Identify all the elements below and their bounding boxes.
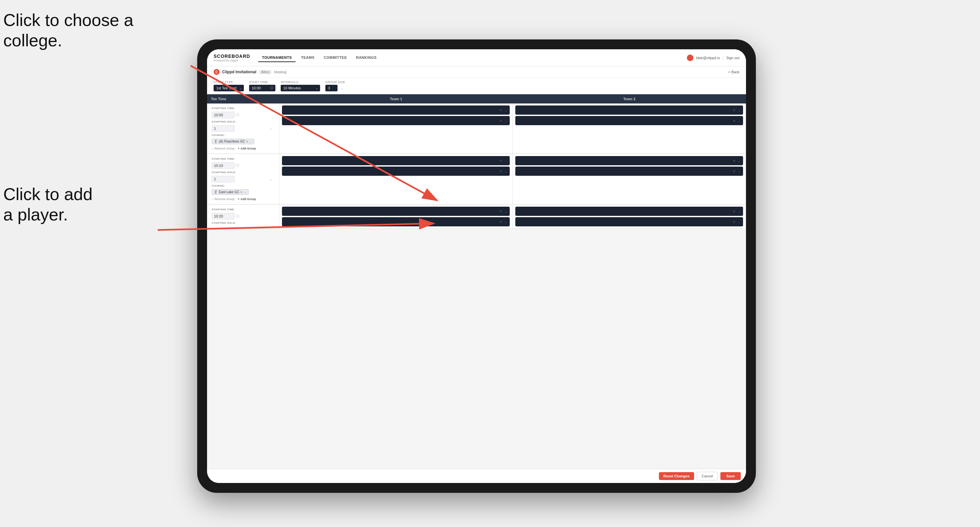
player-slot-t1r3-1[interactable]: ✕ ⌄: [282, 207, 510, 216]
cancel-button[interactable]: Cancel: [697, 472, 718, 480]
annotation-player: Click to add a player.: [3, 184, 93, 225]
player-slot-t1r1-1[interactable]: ✕ ⌄: [282, 105, 510, 115]
slot-edit-btn-t2r1-1[interactable]: ⌄: [737, 108, 741, 112]
slot-x-btn-t1r2-2[interactable]: ✕: [499, 170, 503, 173]
time-info-icon-1: ⓘ: [236, 113, 239, 117]
player-slot-t2r2-1[interactable]: ✕ ⌄: [515, 156, 743, 165]
slot-x-btn-t1r1-2[interactable]: ✕: [499, 119, 503, 122]
player-slot-t2r2-2[interactable]: ✕ ⌄: [515, 167, 743, 176]
course-label-1: COURSE:: [212, 134, 274, 137]
course-row-2: 🏌 East Lake GC ✕ ⌄: [212, 189, 274, 195]
breadcrumb-bar: C Clippd Invitational (Men) Hosting < Ba…: [207, 67, 746, 78]
slot-x-btn-t2r2-1[interactable]: ✕: [732, 159, 736, 163]
group-size-group: Group Size 3: [325, 81, 345, 91]
team1-col-3: ✕ ⌄ ✕ ⌄: [279, 205, 513, 229]
player-slot-t2r3-2[interactable]: ✕ ⌄: [515, 217, 743, 226]
time-input-3[interactable]: [212, 213, 235, 219]
nav-link-teams[interactable]: TEAMS: [297, 54, 318, 62]
starting-time-label-2: STARTING TIME:: [212, 157, 274, 160]
slot-edit-btn-t1r1-1[interactable]: ⌄: [504, 108, 508, 112]
remove-group-link-2[interactable]: ○ Remove Group: [212, 197, 234, 201]
time-info-icon-2: ⓘ: [236, 163, 239, 168]
tee-row-grid-1: STARTING TIME: ⓘ STARTING HOLE: 1 COURSE…: [207, 103, 746, 154]
course-remove-2[interactable]: ✕: [240, 190, 243, 194]
course-chevron-2[interactable]: ⌄: [244, 190, 247, 194]
slot-x-btn-t1r1-1[interactable]: ✕: [499, 108, 503, 112]
slot-edit-btn-t2r2-2[interactable]: ⌄: [737, 170, 741, 173]
team1-col-2: ✕ ⌄ ✕ ⌄: [279, 154, 513, 204]
player-slot-t1r2-1[interactable]: ✕ ⌄: [282, 156, 510, 165]
slot-edit-btn-t1r2-1[interactable]: ⌄: [504, 159, 508, 163]
nav-link-rankings[interactable]: RANKINGS: [352, 54, 380, 62]
slot-x-btn-t2r3-2[interactable]: ✕: [732, 220, 736, 224]
gender-badge: (Men): [259, 70, 272, 74]
player-slot-t1r3-2[interactable]: ✕ ⌄: [282, 217, 510, 226]
user-email: blair@clippd.io: [696, 56, 720, 60]
course-remove-1[interactable]: ✕: [246, 140, 248, 143]
user-avatar: [687, 54, 694, 61]
time-input-row-1: ⓘ: [212, 112, 274, 118]
slot-edit-btn-t2r3-1[interactable]: ⌄: [737, 210, 741, 213]
add-group-link-2[interactable]: + Add Group: [238, 197, 256, 201]
hole-select-wrapper-2[interactable]: 1: [212, 176, 274, 183]
clippd-logo-icon: C: [214, 69, 220, 75]
slot-x-btn-t2r3-1[interactable]: ✕: [732, 210, 736, 213]
slot-edit-btn-t2r2-1[interactable]: ⌄: [737, 159, 741, 163]
slot-edit-btn-t1r1-2[interactable]: ⌄: [504, 119, 508, 122]
reset-changes-button[interactable]: Reset Changes: [659, 472, 694, 480]
left-col-1: STARTING TIME: ⓘ STARTING HOLE: 1 COURSE…: [207, 103, 279, 154]
nav-link-tournaments[interactable]: TOURNAMENTS: [258, 54, 296, 62]
player-slot-t1r1-2[interactable]: ✕ ⌄: [282, 116, 510, 125]
start-type-select-wrapper[interactable]: 1st Tee Start: [214, 85, 244, 91]
group-size-select[interactable]: 3: [325, 85, 337, 91]
slot-edit-btn-t1r3-2[interactable]: ⌄: [504, 220, 508, 224]
save-button[interactable]: Save: [721, 472, 741, 480]
team1-col-1: ✕ ⌄ ✕ ⌄: [279, 103, 513, 154]
left-col-3: STARTING TIME: ⓘ STARTING HOLE:: [207, 205, 279, 229]
course-chevron-1[interactable]: ⌄: [250, 140, 252, 143]
tee-row-grid-2: STARTING TIME: ⓘ STARTING HOLE: 1 COURSE…: [207, 154, 746, 204]
add-group-icon-2: +: [238, 197, 239, 201]
tournament-name: Clippd Invitational: [222, 70, 256, 74]
player-slot-t2r3-1[interactable]: ✕ ⌄: [515, 207, 743, 216]
slot-x-btn-t2r1-2[interactable]: ✕: [732, 119, 736, 122]
hole-select-wrapper-1[interactable]: 1: [212, 125, 274, 132]
slot-edit-btn-t2r3-2[interactable]: ⌄: [737, 220, 741, 224]
bottom-bar: Reset Changes Cancel Save: [207, 469, 746, 483]
player-slot-t2r1-2[interactable]: ✕ ⌄: [515, 116, 743, 125]
hole-select-2[interactable]: 1: [212, 176, 235, 183]
remove-group-link-1[interactable]: ○ Remove Group: [212, 147, 234, 150]
intervals-select[interactable]: 10 Minutes: [281, 85, 320, 91]
time-input-1[interactable]: [212, 112, 235, 118]
start-time-input-wrapper: ⓘ: [249, 85, 275, 91]
add-group-link-1[interactable]: + Add Group: [238, 147, 256, 150]
slot-x-btn-t1r2-1[interactable]: ✕: [499, 159, 503, 163]
intervals-select-wrapper[interactable]: 10 Minutes: [281, 85, 320, 91]
back-button[interactable]: < Back: [728, 70, 740, 74]
start-type-select[interactable]: 1st Tee Start: [214, 85, 244, 91]
slot-edit-btn-t1r2-2[interactable]: ⌄: [504, 170, 508, 173]
settings-row: Start Type 1st Tee Start Start Time ⓘ In…: [207, 78, 746, 94]
time-input-2[interactable]: [212, 162, 235, 169]
nav-right: blair@clippd.io | Sign out: [687, 54, 740, 61]
group-size-select-wrapper[interactable]: 3: [325, 85, 345, 91]
slot-x-btn-t1r3-1[interactable]: ✕: [499, 210, 503, 213]
th-team1: Team 1: [279, 94, 513, 103]
slot-x-btn-t2r2-2[interactable]: ✕: [732, 170, 736, 173]
course-tag-1[interactable]: 🏌 (A) Peachtree GC ✕ ⌄: [212, 139, 255, 144]
nav-link-committee[interactable]: COMMITTEE: [320, 54, 351, 62]
table-wrapper: Tee Time Team 1 Team 2 STARTING TIME: ⓘ …: [207, 94, 746, 469]
course-label-2: COURSE:: [212, 184, 274, 187]
player-slot-t2r1-1[interactable]: ✕ ⌄: [515, 105, 743, 115]
slot-x-btn-t2r1-1[interactable]: ✕: [732, 108, 736, 112]
slot-edit-btn-t2r1-2[interactable]: ⌄: [737, 119, 741, 122]
course-tag-2[interactable]: 🏌 East Lake GC ✕ ⌄: [212, 189, 249, 195]
starting-hole-label-3: STARTING HOLE:: [212, 221, 274, 224]
slot-x-btn-t1r3-2[interactable]: ✕: [499, 220, 503, 224]
sign-out-link[interactable]: Sign out: [726, 56, 740, 60]
time-input-row-3: ⓘ: [212, 213, 274, 219]
team2-col-3: ✕ ⌄ ✕ ⌄: [513, 205, 746, 229]
slot-edit-btn-t1r3-1[interactable]: ⌄: [504, 210, 508, 213]
hole-select-1[interactable]: 1: [212, 125, 235, 132]
player-slot-t1r2-2[interactable]: ✕ ⌄: [282, 167, 510, 176]
